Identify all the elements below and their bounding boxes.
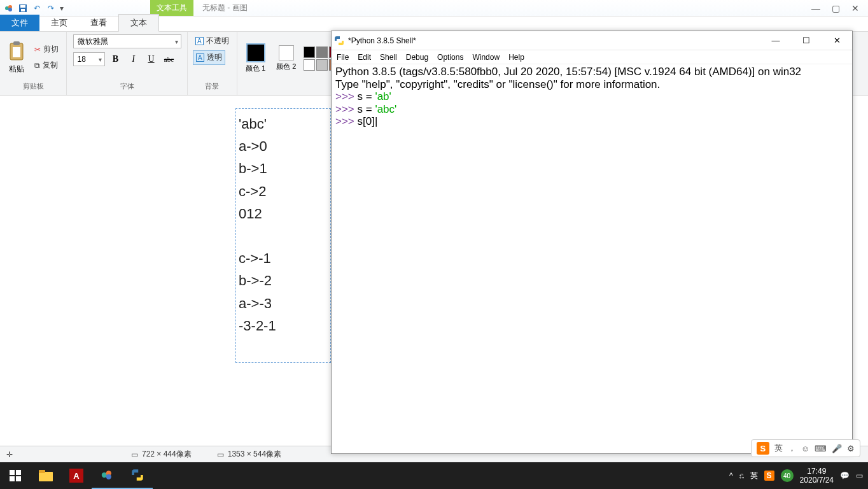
strike-button[interactable]: abc: [162, 52, 176, 66]
svg-rect-7: [13, 41, 20, 45]
textbox-line: b->-2: [239, 269, 328, 292]
tray-badge[interactable]: 40: [781, 469, 794, 482]
ime-settings-icon[interactable]: ⚙: [847, 444, 855, 453]
save-icon[interactable]: [18, 3, 28, 13]
tray-lang[interactable]: 英: [750, 471, 758, 481]
text-edit-box[interactable]: 'abc'a->0b->1c->2012 c->-1b->-2a->-3-3-2…: [235, 108, 331, 363]
opaque-button[interactable]: A 不透明: [193, 34, 232, 48]
tab-view[interactable]: 查看: [79, 15, 118, 31]
idle-close-button[interactable]: ✕: [824, 36, 850, 45]
color1-label: 颜色 1: [245, 64, 267, 73]
transparent-icon: A: [196, 53, 204, 62]
minimize-button[interactable]: —: [811, 3, 820, 13]
swatch[interactable]: [304, 46, 315, 58]
ime-keyboard-icon[interactable]: ⌨: [815, 444, 827, 453]
quick-access-toolbar: ↶ ↷ ▾: [0, 3, 67, 13]
swatch[interactable]: [316, 46, 328, 58]
cursor-pos: ✛: [6, 450, 17, 459]
tray-chevron-icon[interactable]: ^: [729, 471, 733, 480]
cut-button[interactable]: ✂ 剪切: [32, 43, 61, 56]
tray-clock[interactable]: 17:49 2020/7/24: [800, 467, 834, 485]
svg-rect-13: [39, 472, 53, 481]
start-button[interactable]: [0, 462, 31, 489]
selection-size: ▭ 722 × 444像素: [131, 449, 192, 460]
tray-notification-icon[interactable]: 💬: [840, 471, 850, 480]
svg-rect-10: [16, 470, 21, 475]
idle-menu-edit[interactable]: Edit: [358, 53, 371, 62]
svg-point-2: [8, 8, 12, 11]
underline-button[interactable]: U: [144, 52, 158, 66]
taskbar-adobe[interactable]: A: [61, 462, 92, 489]
group-font: 微软雅黑 18 B I U abc 字体: [67, 32, 188, 95]
taskbar-paint[interactable]: [92, 462, 122, 489]
idle-title-text: *Python 3.8.5 Shell*: [348, 36, 416, 45]
svg-rect-11: [10, 476, 15, 481]
sogou-icon[interactable]: S: [757, 442, 769, 455]
idle-menu-help[interactable]: Help: [508, 53, 524, 62]
tab-home[interactable]: 主页: [39, 15, 79, 31]
swatch[interactable]: [316, 59, 328, 71]
transparent-button[interactable]: A 透明: [193, 50, 225, 65]
textbox-line: a->0: [239, 135, 328, 157]
taskbar-idle[interactable]: [122, 462, 153, 489]
idle-menu-debug[interactable]: Debug: [406, 53, 428, 62]
idle-titlebar[interactable]: *Python 3.8.5 Shell* — ☐ ✕: [332, 31, 852, 50]
tray-date: 2020/7/24: [800, 476, 834, 485]
color2-button[interactable]: 颜色 2: [273, 43, 300, 74]
window-controls: — ▢ ✕: [811, 3, 868, 13]
tray-wifi-icon[interactable]: ⎌: [739, 471, 744, 480]
font-size-select[interactable]: 18: [73, 52, 105, 66]
tab-file[interactable]: 文件: [0, 15, 39, 31]
textbox-line: c->2: [239, 180, 328, 202]
tray-more-icon[interactable]: ▭: [856, 471, 863, 480]
paste-button[interactable]: 粘贴: [5, 38, 28, 77]
tab-text[interactable]: 文本: [118, 14, 159, 32]
idle-maximize-button[interactable]: ☐: [794, 36, 819, 45]
redo-icon[interactable]: ↷: [46, 3, 56, 13]
copy-label: 复制: [43, 60, 58, 71]
copy-button[interactable]: ⧉ 复制: [32, 59, 61, 72]
transparent-label: 透明: [207, 52, 222, 63]
selection-icon: ▭: [131, 450, 138, 459]
qat-more-icon[interactable]: ▾: [60, 4, 64, 13]
undo-icon[interactable]: ↶: [32, 3, 42, 13]
italic-button[interactable]: I: [127, 52, 141, 66]
svg-rect-14: [39, 470, 45, 473]
ime-mic-icon[interactable]: 🎤: [832, 444, 842, 453]
svg-rect-8: [13, 47, 20, 57]
paste-label: 粘贴: [9, 64, 24, 74]
group-clipboard: 粘贴 ✂ 剪切 ⧉ 复制 剪贴板: [0, 32, 67, 95]
ime-toolbar[interactable]: S 英 ， ☺ ⌨ 🎤 ⚙: [751, 439, 860, 457]
idle-minimize-button[interactable]: —: [763, 36, 788, 45]
idle-menu-window[interactable]: Window: [472, 53, 500, 62]
textbox-line: 'abc': [239, 113, 328, 135]
taskbar-explorer[interactable]: [31, 462, 61, 489]
textbox-line: a->-3: [239, 292, 328, 315]
textbox-line: 012: [239, 202, 328, 225]
textbox-line: -3-2-1: [239, 315, 328, 337]
taskbar[interactable]: A ^ ⎌ 英 S 40 17:49 2020/7/24 💬 ▭: [0, 462, 868, 489]
tray-sogou-icon[interactable]: S: [764, 471, 774, 481]
color1-button[interactable]: 颜色 1: [242, 41, 269, 76]
opaque-label: 不透明: [206, 36, 229, 46]
ime-smiley-icon[interactable]: ☺: [801, 444, 809, 453]
group-background: A 不透明 A 透明 背景: [188, 32, 237, 95]
bold-button[interactable]: B: [109, 52, 123, 66]
color2-label: 颜色 2: [276, 62, 297, 71]
maximize-button[interactable]: ▢: [832, 3, 840, 13]
group-font-label: 字体: [120, 80, 134, 92]
opaque-icon: A: [195, 37, 204, 45]
swatch[interactable]: [304, 59, 315, 71]
idle-menu-options[interactable]: Options: [437, 53, 463, 62]
idle-window[interactable]: *Python 3.8.5 Shell* — ☐ ✕ FileEditShell…: [331, 31, 853, 454]
idle-menu-file[interactable]: File: [337, 53, 349, 62]
close-button[interactable]: ✕: [851, 3, 859, 13]
font-family-select[interactable]: 微软雅黑: [73, 34, 181, 48]
textbox-line: [239, 225, 328, 247]
ime-punct[interactable]: ，: [788, 443, 796, 454]
ime-lang[interactable]: 英: [774, 443, 783, 454]
svg-rect-12: [16, 476, 21, 481]
cut-label: 剪切: [43, 44, 59, 55]
idle-text-area[interactable]: Python 3.8.5 (tags/v3.8.5:580fbb0, Jul 2…: [332, 64, 852, 453]
idle-menu-shell[interactable]: Shell: [380, 53, 397, 62]
